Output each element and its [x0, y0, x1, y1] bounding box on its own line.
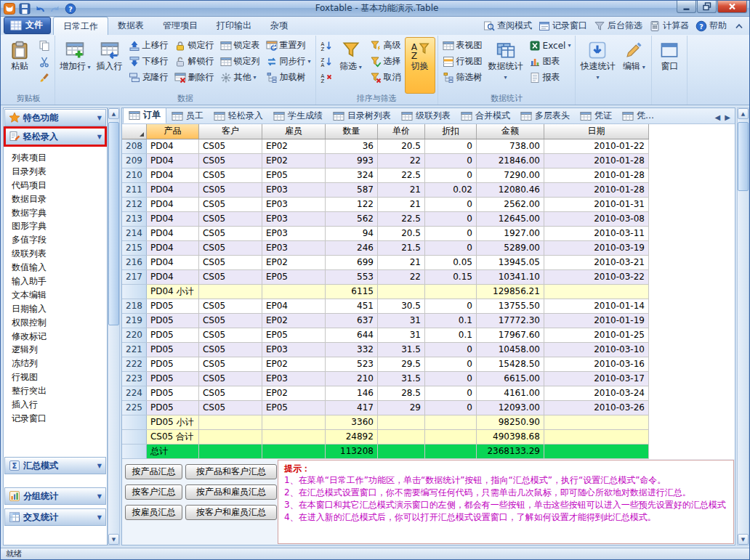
doc-tab-9[interactable]: 凭…: [617, 107, 659, 123]
table-cell[interactable]: EP05: [262, 328, 325, 342]
table-cell[interactable]: CS05: [198, 269, 262, 284]
table-cell[interactable]: 21: [377, 197, 424, 211]
table-cell[interactable]: 562: [325, 211, 377, 226]
ribbon-window-button[interactable]: 窗口: [654, 37, 685, 94]
sidebar-item-9[interactable]: 输入助手: [12, 275, 107, 288]
table-cell[interactable]: PD04: [146, 182, 198, 197]
table-cell[interactable]: CS05: [198, 342, 262, 357]
table-cell[interactable]: 0.1: [424, 328, 476, 342]
table-cell[interactable]: 0: [424, 400, 476, 415]
table-cell[interactable]: CS05: [198, 168, 262, 182]
row-header[interactable]: 220: [122, 328, 146, 342]
table-cell[interactable]: 553: [325, 269, 377, 284]
row-header[interactable]: 215: [122, 240, 146, 255]
sidebar-item-8[interactable]: 数值输入: [12, 261, 107, 275]
ribbon-clone-row-button[interactable]: 克隆行: [126, 70, 171, 85]
table-cell[interactable]: 31: [377, 328, 424, 342]
table-cell[interactable]: 2010-03-16: [544, 357, 648, 371]
ribbon-chart-button[interactable]: 图表: [527, 54, 573, 69]
summary-button-0[interactable]: 按产品汇总: [125, 464, 182, 479]
table-cell[interactable]: [262, 444, 325, 458]
row-header[interactable]: 208: [122, 139, 146, 153]
sidebar-section-cross-stats[interactable]: 交叉统计▼: [4, 508, 106, 526]
table-cell[interactable]: 0: [424, 371, 476, 386]
quick-tool-help[interactable]: ?帮助: [695, 20, 727, 32]
summary-button-2[interactable]: 按客户汇总: [125, 484, 182, 500]
summary-button-5[interactable]: 按客户和雇员汇总: [185, 505, 277, 520]
table-cell[interactable]: [377, 415, 424, 429]
table-cell[interactable]: 4161.00: [476, 386, 544, 400]
table-cell[interactable]: 7290.00: [476, 168, 544, 182]
table-cell[interactable]: 29.5: [377, 357, 424, 371]
row-header[interactable]: 210: [122, 168, 146, 182]
row-header[interactable]: 213: [122, 211, 146, 226]
table-cell[interactable]: PD04 小计: [146, 284, 198, 299]
table-cell[interactable]: EP03: [262, 342, 325, 357]
ribbon-other-button[interactable]: 其他▾: [218, 70, 262, 85]
table-cell[interactable]: 699: [325, 255, 377, 269]
table-cell[interactable]: 637: [325, 313, 377, 328]
table-cell[interactable]: 0: [424, 197, 476, 211]
table-cell[interactable]: EP03: [262, 240, 325, 255]
sidebar-item-10[interactable]: 文本编辑: [12, 288, 107, 302]
table-cell[interactable]: 0: [424, 226, 476, 240]
table-cell[interactable]: [262, 429, 325, 444]
minimize-button[interactable]: [677, 1, 696, 13]
sidebar-item-1[interactable]: 目录列表: [12, 165, 107, 179]
table-cell[interactable]: 10341.10: [476, 269, 544, 284]
table-cell[interactable]: PD04: [146, 240, 198, 255]
table-cell[interactable]: [424, 429, 476, 444]
column-header[interactable]: 金额: [476, 124, 544, 139]
summary-button-1[interactable]: 按产品和客户汇总: [185, 464, 277, 479]
save-button[interactable]: [18, 2, 31, 15]
table-cell[interactable]: CS05: [198, 357, 262, 371]
table-cell[interactable]: 0: [424, 139, 476, 153]
table-cell[interactable]: 2562.00: [476, 197, 544, 211]
scroll-up-icon[interactable]: ▲: [738, 108, 749, 119]
sidebar-item-11[interactable]: 日期输入: [12, 302, 107, 316]
ribbon-sync-row-button[interactable]: 同步行▾: [264, 54, 313, 69]
table-cell[interactable]: 0.1: [424, 313, 476, 328]
table-cell[interactable]: 98250.90: [476, 415, 544, 429]
table-cell[interactable]: 2010-01-28: [544, 168, 648, 182]
sidebar-section-summary-mode[interactable]: Σ汇总模式▼: [4, 457, 106, 474]
table-cell[interactable]: 451: [325, 299, 377, 313]
table-cell[interactable]: 0: [424, 299, 476, 313]
row-header[interactable]: 221: [122, 342, 146, 357]
sidebar-item-14[interactable]: 逻辑列: [12, 343, 107, 357]
table-cell[interactable]: 2368133.29: [476, 444, 544, 458]
table-cell[interactable]: 17967.60: [476, 328, 544, 342]
table-cell[interactable]: 13755.50: [476, 299, 544, 313]
quick-tool-calculator[interactable]: 计算器: [649, 20, 689, 32]
scroll-thumb[interactable]: [108, 122, 119, 325]
table-cell[interactable]: CS05: [198, 299, 262, 313]
collapse-ribbon-button[interactable]: [733, 20, 745, 32]
table-cell[interactable]: PD04: [146, 153, 198, 168]
table-cell[interactable]: 17772.30: [476, 313, 544, 328]
table-cell[interactable]: PD05: [146, 299, 198, 313]
table-cell[interactable]: [377, 429, 424, 444]
table-cell[interactable]: 21846.00: [476, 153, 544, 168]
scroll-down-icon[interactable]: ▼: [108, 534, 119, 545]
table-cell[interactable]: 0: [424, 342, 476, 357]
table-cell[interactable]: 2010-03-21: [544, 255, 648, 269]
table-cell[interactable]: EP05: [262, 168, 325, 182]
table-cell[interactable]: [544, 429, 648, 444]
table-cell[interactable]: 13945.05: [476, 255, 544, 269]
help-button[interactable]: ?: [64, 2, 77, 15]
ribbon-add-row-button[interactable]: 增加行 ▾: [57, 37, 93, 94]
table-cell[interactable]: PD05: [146, 313, 198, 328]
sidebar-item-18[interactable]: 插入行: [12, 398, 107, 412]
doc-tab-2[interactable]: 轻松录入: [209, 107, 268, 123]
table-cell[interactable]: PD04: [146, 211, 198, 226]
ribbon-toggle-filter-button[interactable]: AZ切换: [405, 37, 435, 94]
table-cell[interactable]: [424, 415, 476, 429]
table-cell[interactable]: EP03: [262, 197, 325, 211]
sidebar-item-7[interactable]: 级联列表: [12, 247, 107, 261]
table-cell[interactable]: 28.5: [377, 386, 424, 400]
table-cell[interactable]: 0: [424, 211, 476, 226]
table-cell[interactable]: PD05: [146, 342, 198, 357]
table-cell[interactable]: PD05: [146, 371, 198, 386]
table-cell[interactable]: 12093.00: [476, 400, 544, 415]
row-header[interactable]: 217: [122, 269, 146, 284]
